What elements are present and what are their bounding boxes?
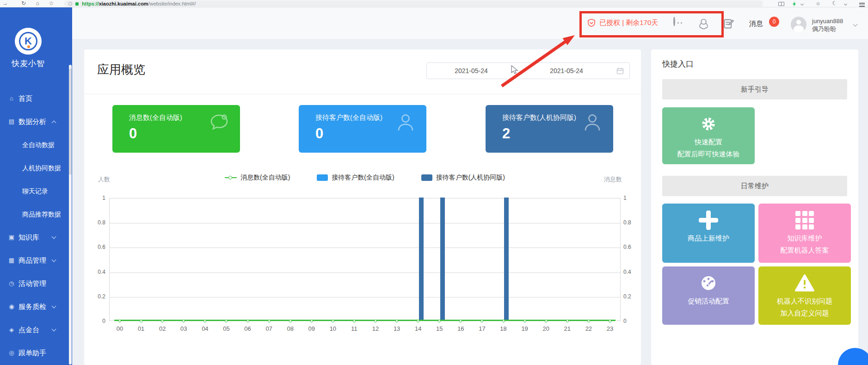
maintenance-tile-3[interactable]: 促销活动配置 (662, 266, 755, 325)
sidebar-item-label: 首页 (18, 87, 32, 110)
x-tick: 20 (536, 325, 556, 332)
maintenance-tile-1[interactable]: 商品上新维护 (662, 204, 755, 263)
x-tick: 04 (195, 325, 215, 332)
x-tick: 07 (259, 325, 279, 332)
user-icon (395, 112, 416, 135)
quick-entry-title: 快捷入口 (662, 59, 694, 69)
y-tick-left: 0.2 (88, 293, 105, 300)
avatar[interactable] (791, 17, 806, 32)
address-bar[interactable]: https://xiaozhi.kuaimai.com/website/inde… (64, 0, 763, 7)
sidebar-item-服务质检[interactable]: ◉服务质检 (0, 295, 72, 318)
stat-card-2: 接待客户数(全自动版)0 (299, 105, 426, 153)
y-tick-left: 0.6 (88, 244, 105, 250)
book-icon: ▣ (7, 226, 16, 249)
bookmark-star-icon[interactable]: ☆ (47, 0, 55, 7)
y-tick-right: 1 (623, 195, 641, 201)
app-logo[interactable]: K (15, 28, 42, 55)
sidebar-item-label: 点金台 (18, 318, 39, 341)
logo-k-icon: K (19, 32, 37, 50)
sun-theme-icon[interactable]: ☼ (814, 0, 822, 7)
sidebar-layout-icon[interactable] (778, 2, 784, 6)
sidebar-item-商品管理[interactable]: ▦商品管理 (0, 249, 72, 272)
y-tick-left: 1 (88, 195, 105, 201)
note-edit-icon[interactable] (722, 18, 735, 31)
home-icon[interactable]: ⌂ (33, 0, 42, 7)
date-end-input[interactable]: 2021-05-24 (522, 67, 611, 74)
x-tick: 11 (344, 325, 364, 332)
x-tick: 22 (579, 325, 599, 332)
x-tick: 03 (173, 325, 194, 332)
stat-card-label: 接待客户数(人机协同版) (502, 113, 576, 122)
legend-bar-swatch (421, 174, 432, 181)
app-header (72, 7, 868, 39)
legend-bar-swatch (317, 174, 328, 181)
sidebar-subitem-label: 人机协同数据 (22, 156, 61, 179)
forward-icon[interactable]: → (1, 0, 9, 7)
legend-label: 接待客户数(全自动版) (332, 173, 394, 182)
messages-label[interactable]: 消息 (749, 19, 763, 28)
x-tick: 16 (450, 325, 471, 332)
extension-chevron-icon[interactable] (800, 2, 804, 6)
user-info[interactable]: junyuan888 偶乃盼盼 (812, 17, 843, 33)
sidebar-subitem-商品推荐数据[interactable]: 商品推荐数据 (0, 203, 72, 226)
x-tick: 05 (216, 325, 236, 332)
line-marker (140, 320, 142, 322)
bar-接待客户数(人机协同版)-18 (504, 198, 509, 321)
url-text: https://xiaozhi.kuaimai.com/website/inde… (82, 1, 196, 6)
sidebar-item-知识库[interactable]: ▣知识库 (0, 226, 72, 249)
line-marker (395, 320, 398, 322)
theme-chevron-icon[interactable] (844, 2, 847, 6)
legend-item[interactable]: 接待客户数(全自动版) (317, 173, 394, 182)
line-marker (289, 320, 292, 322)
gold-icon: ◈ (7, 318, 16, 341)
sidebar-scrollbar-thumb[interactable] (69, 68, 72, 175)
date-range-picker[interactable]: 2021-05-24 2021-05-24 (426, 62, 630, 79)
sidebar-item-数据分析[interactable]: ▤数据分析 (0, 110, 72, 133)
sidebar-item-活动管理[interactable]: ◷活动管理 (0, 272, 72, 295)
line-marker (268, 320, 271, 322)
legend-item[interactable]: 消息数(全自动版) (225, 173, 290, 182)
chart-icon: ▤ (7, 110, 16, 133)
activity-icon: ◷ (7, 272, 16, 295)
gear-icon (662, 114, 755, 134)
maintenance-tile-2[interactable]: 知识库维护配置机器人答案 (758, 204, 851, 263)
sidebar-item-点金台[interactable]: ◈点金台 (0, 318, 72, 341)
sidebar-subitem-label: 全自动数据 (22, 133, 55, 156)
line-marker (310, 320, 313, 322)
y-tick-right: 0.2 (623, 293, 641, 300)
line-marker (417, 320, 419, 322)
sidebar-item-跟单助手[interactable]: ◎跟单助手 (0, 341, 72, 365)
quality-icon: ◉ (7, 295, 16, 318)
line-marker (480, 320, 483, 322)
sidebar-subitem-聊天记录[interactable]: 聊天记录 (0, 179, 72, 203)
sidebar-subitem-全自动数据[interactable]: 全自动数据 (0, 133, 72, 156)
stat-card-value: 2 (502, 125, 510, 142)
gridline (110, 223, 620, 223)
moon-theme-icon[interactable]: ☾ (831, 0, 839, 7)
newbie-guide-button[interactable]: 新手引导 (662, 79, 847, 99)
quick-config-tile[interactable]: 快速配置配置后即可快速体验 (662, 107, 755, 164)
y-axis-label-left: 人数 (98, 175, 110, 184)
line-marker (161, 320, 164, 322)
line-marker (523, 320, 526, 322)
line-marker (459, 320, 462, 322)
browser-menu-icon[interactable] (859, 2, 865, 6)
refresh-icon[interactable]: ↻ (19, 0, 28, 7)
gridline (110, 272, 620, 273)
sidebar-subitem-人机协同数据[interactable]: 人机协同数据 (0, 156, 72, 179)
gauge-icon (662, 273, 755, 293)
sidebar-item-首页[interactable]: ⌂首页 (0, 87, 72, 110)
calendar-icon[interactable] (611, 67, 629, 75)
maintenance-tile-4[interactable]: 机器人不识别问题加入自定义问题 (758, 266, 851, 325)
chevron-down-icon (52, 327, 56, 332)
extension-lightning-icon[interactable] (792, 1, 797, 6)
x-tick: 18 (493, 325, 514, 332)
bar-接待客户数(人机协同版)-14 (419, 198, 424, 321)
legend-item[interactable]: 接待客户数(人机协同版) (421, 173, 505, 182)
x-tick: 17 (472, 325, 492, 332)
stat-cards: 消息数(全自动版)0接待客户数(全自动版)0接待客户数(人机协同版)2 (112, 105, 613, 153)
line-marker (545, 320, 548, 322)
line-marker (609, 320, 611, 322)
date-start-input[interactable]: 2021-05-24 (427, 67, 516, 74)
sidebar-item-label: 商品管理 (18, 249, 46, 272)
